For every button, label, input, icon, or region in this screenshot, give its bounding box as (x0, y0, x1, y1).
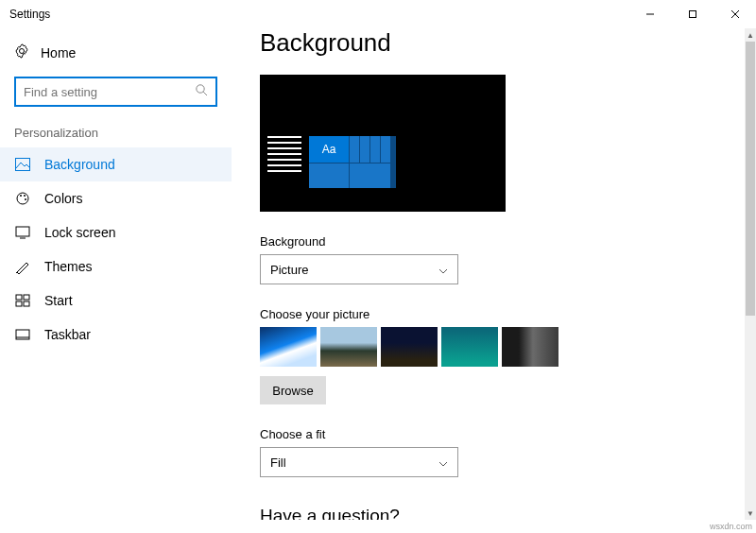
picture-icon (14, 158, 31, 171)
picture-thumbnails (260, 327, 756, 367)
picture-thumb-4[interactable] (441, 327, 498, 367)
nav-background[interactable]: Background (0, 147, 232, 181)
page-title: Background (260, 28, 756, 58)
home-label: Home (41, 45, 76, 60)
nav-lock-screen[interactable]: Lock screen (0, 215, 232, 249)
svg-rect-18 (24, 301, 29, 306)
window-title: Settings (9, 8, 50, 21)
gear-icon (14, 43, 29, 61)
nav-label: Taskbar (44, 327, 91, 342)
nav-label: Colors (44, 191, 82, 206)
palette-icon (14, 191, 31, 206)
main-content: Background Aa Background Picture Choose … (232, 28, 756, 520)
search-input[interactable] (24, 85, 184, 99)
preview-start-tiles: Aa (309, 136, 396, 188)
svg-rect-15 (16, 295, 22, 300)
watermark: wsxdn.com (710, 522, 752, 531)
nav-colors[interactable]: Colors (0, 181, 232, 215)
svg-rect-12 (16, 227, 29, 236)
scroll-up-arrow[interactable]: ▲ (747, 28, 754, 42)
svg-rect-16 (24, 295, 29, 300)
nav-label: Themes (44, 259, 93, 274)
chevron-down-icon (438, 263, 448, 277)
svg-point-9 (20, 195, 22, 197)
nav-themes[interactable]: Themes (0, 249, 232, 284)
preview-menu-lines (267, 136, 301, 176)
picture-thumb-3[interactable] (381, 327, 438, 367)
svg-point-4 (20, 49, 25, 54)
preview-sample-tile: Aa (309, 136, 349, 163)
chevron-down-icon (438, 456, 448, 470)
svg-point-5 (197, 85, 204, 93)
maximize-button[interactable] (671, 0, 713, 28)
search-box[interactable] (14, 77, 217, 107)
window-controls (628, 0, 756, 28)
svg-line-14 (16, 272, 17, 273)
scroll-thumb[interactable] (746, 42, 755, 316)
start-icon (14, 294, 31, 307)
nav-label: Lock screen (44, 225, 115, 240)
close-button[interactable] (713, 0, 756, 28)
svg-point-11 (25, 198, 26, 200)
background-label: Background (260, 234, 756, 249)
browse-button[interactable]: Browse (260, 376, 326, 404)
home-button[interactable]: Home (0, 38, 232, 67)
scrollbar[interactable]: ▲ ▼ (745, 28, 756, 520)
svg-rect-17 (16, 301, 22, 306)
scroll-down-arrow[interactable]: ▼ (747, 507, 754, 520)
choose-picture-label: Choose your picture (260, 307, 756, 321)
nav-label: Background (44, 157, 115, 172)
sidebar: Home Personalization Background Colors L… (0, 28, 232, 520)
taskbar-icon (14, 329, 31, 340)
svg-point-10 (24, 195, 26, 197)
svg-point-8 (17, 193, 28, 204)
section-title: Personalization (0, 126, 232, 147)
minimize-button[interactable] (628, 0, 671, 28)
background-dropdown[interactable]: Picture (260, 254, 458, 284)
picture-thumb-2[interactable] (320, 327, 377, 367)
themes-icon (14, 259, 31, 274)
nav-start[interactable]: Start (0, 284, 232, 318)
fit-dropdown[interactable]: Fill (260, 447, 458, 477)
lock-screen-icon (14, 226, 31, 239)
search-icon (195, 83, 208, 100)
question-heading: Have a question? (260, 506, 756, 520)
title-bar: Settings (0, 0, 756, 28)
fit-value: Fill (270, 456, 286, 470)
picture-thumb-5[interactable] (502, 327, 558, 367)
fit-label: Choose a fit (260, 427, 756, 441)
nav-label: Start (44, 293, 73, 308)
background-value: Picture (270, 263, 308, 277)
picture-thumb-1[interactable] (260, 327, 317, 367)
svg-line-6 (203, 92, 207, 95)
svg-rect-1 (689, 11, 696, 18)
nav-taskbar[interactable]: Taskbar (0, 318, 232, 352)
desktop-preview: Aa (260, 75, 506, 212)
